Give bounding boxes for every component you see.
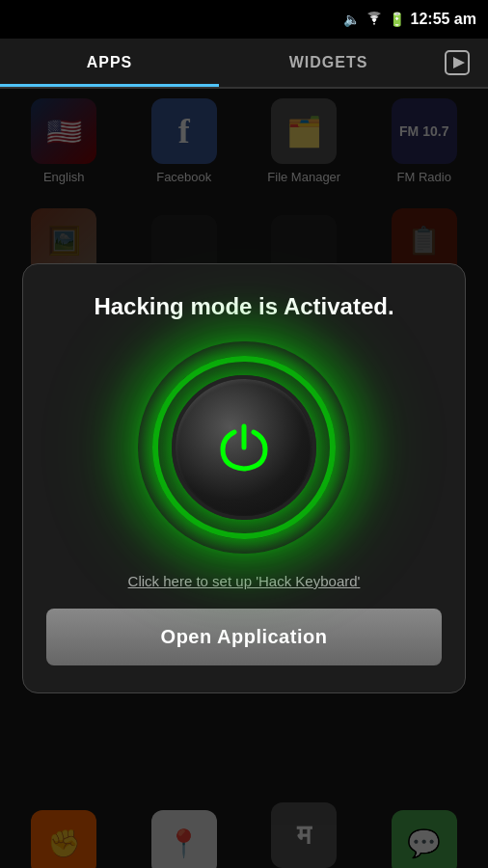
tab-bar: APPS WIDGETS — [0, 39, 488, 89]
modal-overlay: Hacking mode is Activated. Click here to… — [0, 89, 488, 868]
status-icons: 🔈 🔋 12:55 am — [343, 11, 477, 28]
play-store-icon[interactable] — [438, 49, 488, 76]
tab-widgets[interactable]: WIDGETS — [219, 41, 438, 85]
modal-dialog: Hacking mode is Activated. Click here to… — [22, 263, 466, 692]
svg-marker-1 — [453, 57, 465, 68]
app-grid: 🇺🇸 English f Facebook 🗂️ File Manager FM… — [0, 89, 488, 868]
power-button-container — [138, 341, 350, 554]
volume-icon: 🔈 — [343, 12, 360, 27]
power-button[interactable] — [172, 375, 316, 520]
battery-icon: 🔋 — [389, 12, 405, 27]
open-application-button[interactable]: Open Application — [46, 609, 442, 665]
status-bar: 🔈 🔋 12:55 am — [0, 0, 488, 39]
status-time: 12:55 am — [411, 11, 477, 28]
modal-setup-link[interactable]: Click here to set up 'Hack Keyboard' — [128, 573, 361, 589]
power-symbol-icon — [215, 419, 273, 476]
modal-title: Hacking mode is Activated. — [94, 291, 393, 321]
wifi-icon — [366, 12, 383, 28]
tab-apps[interactable]: APPS — [0, 41, 219, 85]
